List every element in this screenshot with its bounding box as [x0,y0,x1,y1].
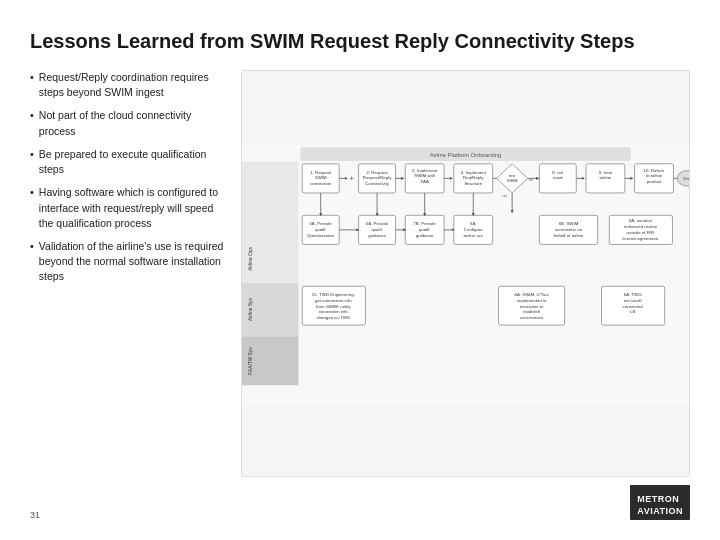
svg-text:guidance: guidance [368,233,386,238]
svg-text:5A. Provide: 5A. Provide [366,221,389,226]
svg-text:Airline Sys: Airline Sys [248,298,253,321]
svg-text:7B. Provide: 7B. Provide [413,221,436,226]
svg-text:qualif.: qualif. [371,227,383,232]
svg-text:no: no [502,193,506,198]
svg-text:LB: LB [630,309,635,314]
svg-text:used: used [553,175,563,180]
list-item: Be prepared to execute qualification ste… [30,147,225,177]
svg-text:10. Deliver: 10. Deliver [644,168,665,173]
svg-text:15. TWG Engineering:: 15. TWG Engineering: [312,292,355,297]
svg-text:qualif.: qualif. [419,227,431,232]
svg-text:6B. SWIM: 6B. SWIM [559,221,579,226]
bullet-list: Request/Reply coordination requires step… [30,70,225,477]
svg-text:5A. Provide: 5A. Provide [309,221,332,226]
svg-text:outside of R/R: outside of R/R [627,230,655,235]
list-item: Validation of the airline's use is requi… [30,239,225,285]
svg-text:guidance: guidance [416,233,434,238]
svg-text:license agreement: license agreement [623,236,659,241]
svg-text:qualif.: qualif. [315,227,327,232]
svg-text:2. Request: 2. Request [367,170,389,175]
list-item: Request/Reply coordination requires step… [30,70,225,100]
page-number: 31 [30,510,40,520]
svg-text:Airline Ops: Airline Ops [248,247,253,271]
svg-text:9. train: 9. train [599,170,613,175]
svg-text:8A. SWIM: O'Tsui: 8A. SWIM: O'Tsui [515,292,549,297]
logo-metron: METRON [637,494,679,504]
svg-text:from SWIM; notify: from SWIM; notify [316,304,351,309]
svg-text:connected: connected [623,304,644,309]
svg-text:Airline Platform Onboarding: Airline Platform Onboarding [430,152,502,158]
svg-text:Req/Reply: Req/Reply [463,175,484,180]
svg-text:connection info: connection info [319,309,349,314]
svg-text:End: End [684,176,689,181]
svg-text:connections: connections [520,315,544,320]
svg-text:connection: connection [310,181,332,186]
svg-text:enhanced review: enhanced review [624,224,658,229]
svg-text:Request/Reply: Request/Reply [363,175,392,180]
content-area: Request/Reply coordination requires step… [30,70,690,477]
svg-text:implemented in: implemented in [517,298,547,303]
svg-text:establish: establish [523,309,541,314]
list-item: Having software which is configured to i… [30,185,225,231]
svg-text:execution to: execution to [520,304,544,309]
svg-text:3. Implement: 3. Implement [412,168,438,173]
svg-text:FAA: FAA [421,179,429,184]
svg-text:Structure: Structure [464,181,482,186]
svg-text:4. Implement: 4. Implement [461,170,487,175]
svg-text:1. Request: 1. Request [310,170,332,175]
diagram-area: Airline Platform Onboarding Airline Ops … [241,70,690,477]
svg-text:product: product [647,179,662,184]
svg-text:SWIM: SWIM [315,175,327,180]
svg-text:6A.: 6A. [470,221,477,226]
svg-text:FAA/TW Sys: FAA/TW Sys [248,347,253,375]
page: Lessons Learned from SWIM Request Reply … [0,0,720,540]
svg-text:airline: airline [600,175,612,180]
svg-text:to airline: to airline [646,173,663,178]
svg-text:SWIM with: SWIM with [414,173,435,178]
svg-text:Configure: Configure [464,227,483,232]
logo-aviation: AVIATION [637,506,683,517]
svg-text:8. not: 8. not [552,170,564,175]
svg-text:6A. conduct: 6A. conduct [629,218,653,223]
svg-text:SWIM: SWIM [507,178,518,183]
diagram-svg: Airline Platform Onboarding Airline Ops … [242,71,689,476]
svg-text:airline svc: airline svc [464,233,484,238]
logo-area: METRON AVIATION [630,485,690,520]
svg-text:6A. TWG: 6A. TWG [624,292,642,297]
svg-text:changes on TWG: changes on TWG [316,315,350,320]
page-title: Lessons Learned from SWIM Request Reply … [30,28,690,54]
svg-text:+: + [350,174,355,183]
svg-text:Questionnaire: Questionnaire [307,233,335,238]
footer: 31 METRON AVIATION [30,485,690,520]
svg-text:connection on: connection on [555,227,583,232]
svg-text:behalf of airline: behalf of airline [554,233,584,238]
list-item: Not part of the cloud connectivity proce… [30,108,225,138]
svg-text:not used/: not used/ [624,298,643,303]
svg-text:get connection info: get connection info [315,298,352,303]
svg-text:Connectivity: Connectivity [365,181,390,186]
